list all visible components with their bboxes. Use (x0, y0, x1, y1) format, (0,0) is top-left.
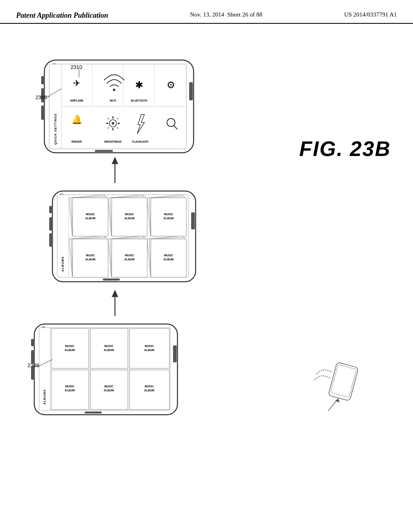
svg-rect-91 (31, 339, 35, 346)
svg-text:ALBUM: ALBUM (65, 389, 75, 392)
svg-rect-94 (173, 345, 177, 362)
gesture-icon (312, 362, 361, 415)
svg-text:🔔: 🔔 (71, 114, 83, 125)
svg-text:✱: ✱ (135, 79, 143, 90)
phone-3-svg: ALBUMS MUSIC ALBUM MUSIC ALBUM MUSIC ALB… (26, 322, 188, 419)
svg-text:ALBUM: ALBUM (85, 217, 95, 220)
svg-rect-4 (189, 82, 193, 100)
ref-2308-line (32, 357, 54, 368)
svg-rect-124 (331, 364, 357, 397)
svg-rect-96 (85, 411, 102, 414)
svg-text:MUSIC: MUSIC (125, 254, 134, 257)
phone-2-svg: ALBUMS MUSIC ALBUM MUSIC ALBUM MUSIC ALB… (44, 189, 206, 286)
svg-rect-97 (39, 328, 170, 410)
svg-rect-1 (41, 76, 45, 84)
svg-point-34 (112, 128, 114, 130)
svg-text:⚙: ⚙ (167, 80, 175, 90)
svg-text:ALBUM: ALBUM (163, 258, 173, 261)
svg-rect-48 (49, 206, 53, 213)
publication-title: Patent Application Publication (16, 11, 108, 20)
ref-2306-line (40, 87, 64, 99)
svg-text:ALBUM: ALBUM (144, 389, 154, 392)
svg-line-121 (38, 360, 52, 366)
svg-point-35 (106, 123, 108, 124)
date-sheet: Nov. 13, 2014 Sheet 26 of 88 (190, 11, 262, 18)
svg-text:ALBUM: ALBUM (124, 217, 134, 220)
svg-text:ALBUM: ALBUM (65, 349, 75, 351)
phone-1-svg: QUICK SETTINGS ✈ AIRPLANE WI-FI ✱ BLUETO… (32, 58, 202, 159)
svg-point-24 (112, 122, 114, 125)
svg-rect-49 (49, 217, 53, 231)
figure-label: FIG. 23B (299, 137, 391, 161)
svg-text:ALBUM: ALBUM (144, 349, 154, 351)
svg-text:MUSIC: MUSIC (145, 385, 154, 388)
svg-text:MUSIC: MUSIC (65, 345, 75, 347)
svg-text:MUSIC: MUSIC (86, 213, 95, 216)
svg-point-36 (118, 123, 119, 124)
svg-text:BRIGHTNESS: BRIGHTNESS (104, 140, 122, 143)
svg-text:BLUETOOTH: BLUETOOTH (131, 99, 148, 102)
svg-text:WI-FI: WI-FI (110, 99, 116, 102)
svg-text:ALBUM: ALBUM (163, 217, 173, 220)
svg-rect-51 (191, 212, 195, 229)
svg-text:MUSIC: MUSIC (104, 345, 114, 347)
svg-line-42 (48, 89, 62, 97)
svg-text:ALBUM: ALBUM (104, 389, 114, 392)
svg-text:ALBUMS: ALBUMS (61, 256, 65, 272)
svg-rect-53 (103, 278, 120, 281)
svg-text:ALBUMS: ALBUMS (43, 389, 46, 405)
svg-text:ALBUM: ALBUM (124, 258, 134, 261)
svg-rect-3 (41, 106, 45, 120)
svg-text:MUSIC: MUSIC (104, 385, 114, 388)
svg-text:MUSIC: MUSIC (164, 254, 173, 257)
svg-text:RINGER: RINGER (71, 140, 82, 143)
svg-point-33 (112, 117, 114, 118)
svg-text:MUSIC: MUSIC (86, 254, 95, 257)
svg-text:ALBUM: ALBUM (85, 258, 95, 261)
svg-rect-50 (49, 233, 53, 247)
svg-marker-46 (112, 157, 118, 164)
svg-text:AIRPLANE: AIRPLANE (70, 99, 83, 102)
ref-2310-line (76, 69, 88, 81)
svg-text:FLASHLIGHT: FLASHLIGHT (132, 140, 148, 143)
patent-number: US 2014/0337791 A1 (344, 11, 397, 18)
svg-text:QUICK SETTINGS: QUICK SETTINGS (54, 113, 57, 145)
svg-rect-6 (95, 150, 113, 152)
arrow-1 (103, 157, 127, 185)
svg-marker-89 (112, 290, 118, 297)
page-header: Patent Application Publication Nov. 13, … (0, 0, 413, 24)
main-content: FIG. 23B QUICK SETTINGS ✈ AIRPLANE (0, 24, 413, 524)
svg-text:MUSIC: MUSIC (65, 385, 75, 388)
svg-text:MUSIC: MUSIC (145, 345, 154, 347)
svg-text:ALBUM: ALBUM (104, 349, 114, 351)
svg-text:MUSIC: MUSIC (125, 213, 134, 216)
svg-point-15 (113, 89, 115, 91)
arrow-2 (103, 290, 127, 318)
svg-text:MUSIC: MUSIC (164, 213, 173, 216)
